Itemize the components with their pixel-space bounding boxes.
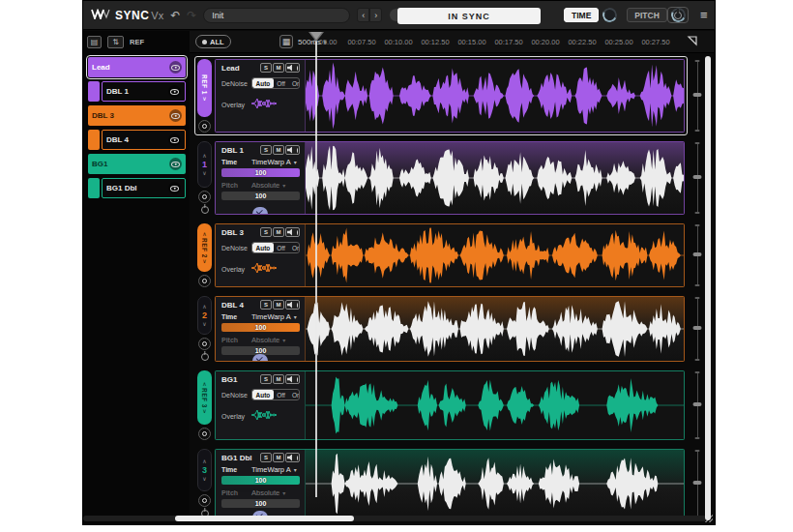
track-chip-dbl-1[interactable]: DBL 1 xyxy=(102,81,186,102)
lane-power-icon[interactable] xyxy=(201,353,209,361)
overlay-wave-icon[interactable] xyxy=(251,96,277,113)
chevron-up-icon[interactable]: ∧ xyxy=(202,153,206,159)
eye-button[interactable] xyxy=(168,85,181,98)
timeline-ruler[interactable]: ALL ▦ 500ms ▾ 0:05.0000:07.5000:10.0000:… xyxy=(190,31,715,53)
pitch-amount-slider[interactable]: 100 xyxy=(221,192,300,200)
solo-button[interactable]: S xyxy=(260,374,272,384)
lane-gain-slider[interactable] xyxy=(690,446,703,521)
mute-button[interactable]: M xyxy=(273,227,284,237)
listen-speaker-icon[interactable] xyxy=(285,300,300,310)
listen-speaker-icon[interactable] xyxy=(285,145,300,155)
mute-button[interactable]: M xyxy=(273,374,284,384)
lane-gain-slider[interactable] xyxy=(690,138,703,218)
overlay-wave-icon[interactable] xyxy=(251,407,277,425)
monitor-button[interactable] xyxy=(198,275,211,287)
slider-handle[interactable] xyxy=(692,402,701,406)
expand-handle[interactable] xyxy=(252,207,268,214)
eye-button[interactable] xyxy=(169,109,182,122)
overlay-wave-icon[interactable] xyxy=(251,260,277,278)
solo-button[interactable]: S xyxy=(260,453,272,462)
waveform-area[interactable] xyxy=(306,60,684,132)
undo-icon[interactable]: ↶ xyxy=(170,10,180,21)
solo-button[interactable]: S xyxy=(260,227,272,237)
all-tracks-button[interactable]: ALL xyxy=(195,35,231,48)
monitor-button[interactable] xyxy=(198,191,211,203)
slider-handle[interactable] xyxy=(692,175,701,179)
prev-preset-button[interactable]: ‹ xyxy=(357,8,369,22)
monitor-button[interactable] xyxy=(198,338,211,350)
horizontal-scrollbar-thumb[interactable] xyxy=(175,516,354,521)
mute-button[interactable]: M xyxy=(273,145,284,155)
slider-handle[interactable] xyxy=(692,481,701,485)
mute-button[interactable]: M xyxy=(273,63,284,73)
eye-button[interactable] xyxy=(169,158,182,170)
mute-button[interactable]: M xyxy=(273,300,284,310)
pitch-mode-select[interactable]: Absolute▾ xyxy=(251,488,285,497)
loop-end-flag-icon[interactable] xyxy=(687,36,697,46)
hamburger-menu-icon[interactable]: ≡ xyxy=(700,8,708,22)
denoise-option-on[interactable]: On xyxy=(288,390,300,399)
ref-strip-dbl-3[interactable]: ∧REF 2∨ xyxy=(197,223,212,272)
denoise-option-off[interactable]: Off xyxy=(274,78,289,88)
pitch-mode-button[interactable]: PITCH xyxy=(627,8,667,22)
chevron-down-icon[interactable]: ∨ xyxy=(202,258,206,264)
denoise-option-auto[interactable]: Auto xyxy=(252,390,274,399)
redo-icon[interactable]: ↷ xyxy=(187,10,196,21)
vertical-scrollbar[interactable] xyxy=(705,56,711,520)
solo-button[interactable]: S xyxy=(260,300,272,310)
waveform-area[interactable] xyxy=(306,142,684,214)
bypass-power-button[interactable] xyxy=(667,7,689,23)
listen-speaker-icon[interactable] xyxy=(285,374,300,384)
track-chip-bg1[interactable]: BG1 xyxy=(88,154,186,174)
lane-gain-slider[interactable] xyxy=(690,56,703,135)
lane-gain-slider[interactable] xyxy=(690,221,703,290)
timewarp-select[interactable]: TimeWarp A▾ xyxy=(251,158,297,166)
chevron-up-icon[interactable]: ∧ xyxy=(202,458,206,464)
expand-handle[interactable] xyxy=(252,354,268,361)
monitor-button[interactable] xyxy=(198,494,211,507)
chevron-down-icon[interactable]: ∨ xyxy=(202,476,206,482)
next-preset-button[interactable]: › xyxy=(369,8,382,22)
track-list-icon[interactable]: ▤ xyxy=(87,36,102,48)
timewarp-select[interactable]: TimeWarp A▾ xyxy=(251,312,297,321)
eye-button[interactable] xyxy=(169,61,182,74)
denoise-option-auto[interactable]: Auto xyxy=(252,243,274,252)
pitch-mode-select[interactable]: Absolute▾ xyxy=(251,336,285,344)
horizontal-scrollbar-track[interactable] xyxy=(83,516,707,521)
chevron-up-icon[interactable]: ∧ xyxy=(202,231,206,237)
time-amount-slider[interactable]: 100 xyxy=(221,168,300,177)
chevron-up-icon[interactable]: ∧ xyxy=(202,304,206,310)
solo-button[interactable]: S xyxy=(260,145,272,155)
track-chip-dbl-3[interactable]: DBL 3 xyxy=(88,105,186,126)
pitch-amount-slider[interactable]: 100 xyxy=(221,499,300,508)
listen-speaker-icon[interactable] xyxy=(285,453,300,462)
waveform-area[interactable] xyxy=(306,450,684,517)
pitch-mode-select[interactable]: Absolute▾ xyxy=(251,181,285,190)
monitor-button[interactable] xyxy=(198,428,211,440)
denoise-option-off[interactable]: Off xyxy=(274,390,289,399)
listen-speaker-icon[interactable] xyxy=(285,63,300,73)
track-chip-lead[interactable]: Lead xyxy=(88,57,186,77)
ref-sort-icon[interactable]: ⇅ xyxy=(107,36,124,48)
time-amount-slider[interactable]: 100 xyxy=(221,323,300,332)
time-amount-knob[interactable] xyxy=(601,6,619,24)
monitor-button[interactable] xyxy=(198,120,211,133)
eye-button[interactable] xyxy=(168,133,181,146)
chevron-down-icon[interactable]: ∨ xyxy=(202,170,206,176)
waveform-area[interactable] xyxy=(306,297,684,361)
solo-button[interactable]: S xyxy=(260,63,272,73)
denoise-option-off[interactable]: Off xyxy=(274,243,289,252)
ref-strip-lead[interactable]: REF 1∨ xyxy=(197,59,212,117)
lane-power-icon[interactable] xyxy=(201,206,209,214)
track-chip-dbl-4[interactable]: DBL 4 xyxy=(102,130,186,150)
denoise-option-on[interactable]: On xyxy=(288,243,300,252)
group-strip-dbl-1[interactable]: ∧1∨ xyxy=(197,141,212,188)
playhead-marker[interactable] xyxy=(308,32,324,42)
chevron-down-icon[interactable]: ∨ xyxy=(202,96,206,102)
slider-handle[interactable] xyxy=(692,252,701,256)
denoise-option-on[interactable]: On xyxy=(288,78,300,88)
track-chip-bg1-dbl[interactable]: BG1 Dbl xyxy=(102,178,186,198)
preset-name-input[interactable] xyxy=(203,8,350,23)
group-strip-dbl-4[interactable]: ∧2∨ xyxy=(197,296,212,335)
chevron-down-icon[interactable]: ∨ xyxy=(202,408,206,414)
